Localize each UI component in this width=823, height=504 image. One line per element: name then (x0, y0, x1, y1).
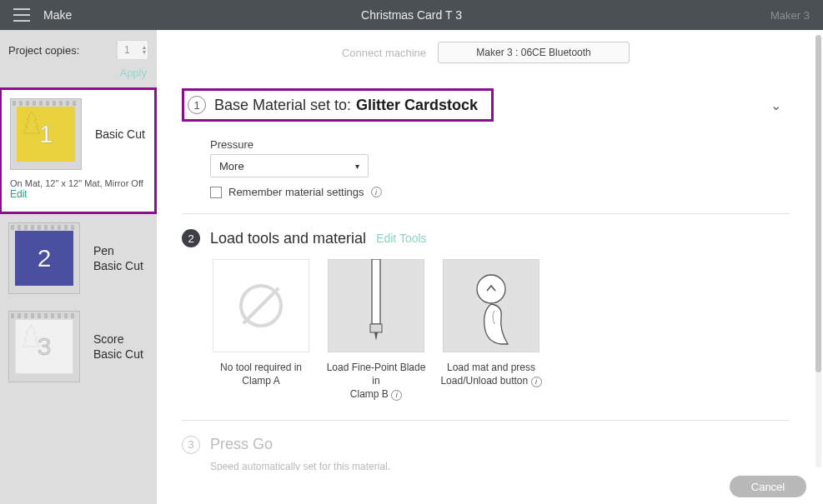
info-icon[interactable]: i (371, 187, 382, 197)
mat-card-2[interactable]: 2 Pen Basic Cut (0, 214, 157, 302)
info-icon[interactable]: i (391, 390, 402, 401)
mat-meta-1: On Mat, 12" x 12" Mat, Mirror Off (10, 178, 146, 188)
stepper-arrows-icon: ▴▾ (143, 45, 146, 55)
mat-thumb-1: 1 (10, 98, 82, 170)
divider (182, 420, 790, 421)
tool-card-load-mat: Load mat and pressLoad/Unload button i (440, 259, 542, 402)
mat-card-3[interactable]: 3 Score Basic Cut (0, 302, 157, 391)
step3-note: Speed automatically set for this materia… (210, 461, 790, 471)
blade-icon (328, 259, 424, 352)
mat-number-3: 3 (38, 332, 52, 361)
mat-number-1: 1 (39, 120, 53, 148)
pressure-label: Pressure (210, 138, 790, 151)
svg-point-2 (477, 275, 505, 303)
step1-number: 1 (188, 96, 206, 114)
menu-icon[interactable] (13, 8, 30, 22)
scrollbar[interactable] (815, 35, 821, 467)
header-make-label: Make (43, 8, 72, 22)
no-tool-icon (213, 259, 309, 352)
project-copies-label: Project copies: (8, 44, 79, 57)
info-icon[interactable]: i (531, 377, 542, 387)
svg-rect-0 (372, 259, 380, 324)
mat-number-2: 2 (38, 244, 52, 272)
connect-machine-label: Connect machine (342, 47, 426, 59)
machine-select[interactable]: Maker 3 : 06CE Bluetooth (438, 42, 630, 63)
project-title: Christmas Card T 3 (361, 8, 462, 22)
material-value: Glitter Cardstock (356, 97, 478, 114)
project-copies-value: 1 (124, 44, 130, 56)
mat-label-3: Score Basic Cut (93, 332, 143, 362)
chevron-down-icon[interactable]: ⌄ (770, 97, 781, 113)
mat-card-1[interactable]: 1 Basic Cut On Mat, 12" x 12" Mat, Mirro… (0, 87, 157, 214)
scrollbar-thumb[interactable] (815, 35, 821, 372)
cancel-button[interactable]: Cancel (730, 476, 806, 497)
divider (182, 213, 790, 214)
apply-link[interactable]: Apply (0, 65, 157, 87)
mat-thumb-3: 3 (8, 311, 80, 382)
tool-card-clamp-b: Load Fine-Point Blade inClamp B i (325, 259, 427, 402)
step2-number: 2 (182, 229, 200, 247)
pressure-select[interactable]: More (210, 154, 369, 177)
step3-number: 3 (182, 436, 200, 454)
remember-checkbox[interactable] (210, 187, 222, 198)
mat-label-1: Basic Cut (95, 127, 145, 142)
sidebar: Project copies: 1 ▴▾ Apply 1 Basic Cut O… (0, 30, 157, 504)
step3-title: Press Go (210, 436, 273, 453)
edit-tools-link[interactable]: Edit Tools (376, 232, 426, 245)
svg-rect-1 (370, 324, 382, 332)
header-device-label: Maker 3 (770, 9, 810, 22)
step1-highlight: 1 Base Material set to: Glitter Cardstoc… (182, 88, 494, 122)
mat-label-2: Pen Basic Cut (93, 243, 143, 273)
tool-card-clamp-a: No tool required inClamp A (210, 259, 312, 402)
load-button-icon (443, 259, 539, 352)
project-copies-stepper[interactable]: 1 ▴▾ (117, 40, 148, 60)
app-header: Make Christmas Card T 3 Maker 3 (0, 0, 823, 30)
main-panel: Connect machine Maker 3 : 06CE Bluetooth… (157, 30, 823, 504)
remember-label: Remember material settings (228, 186, 364, 198)
mat-edit-link-1[interactable]: Edit (10, 188, 146, 200)
step2-title: Load tools and material (210, 230, 366, 247)
mat-thumb-2: 2 (8, 222, 80, 294)
step1-title: Base Material set to: (214, 97, 351, 114)
